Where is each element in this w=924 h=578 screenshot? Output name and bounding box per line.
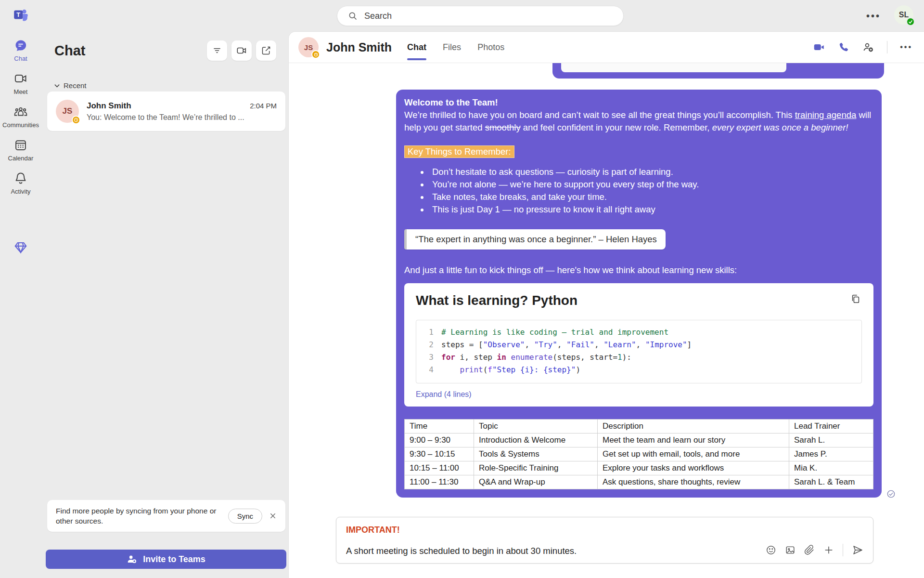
- close-icon[interactable]: [267, 510, 279, 522]
- message-bubble: Welcome to the Team! We’re thrilled to h…: [396, 90, 882, 498]
- recent-section-toggle[interactable]: Recent: [54, 81, 87, 90]
- presence-available-icon: [906, 17, 915, 26]
- tab-chat[interactable]: Chat: [407, 32, 426, 63]
- compose-important-label: IMPORTANT!: [346, 525, 863, 535]
- audio-call-button[interactable]: [838, 41, 849, 53]
- table-row: 10:15 – 11:00 Role-Specific Training Exp…: [405, 461, 873, 475]
- training-agenda-link[interactable]: training agenda: [795, 110, 857, 120]
- code-line: 4 print(f"Step {i}: {step}"): [416, 364, 861, 376]
- divider: [843, 544, 843, 556]
- table-cell: Q&A and Wrap-up: [474, 475, 598, 489]
- table-cell: Explore your tasks and workflows: [598, 461, 789, 475]
- plus-icon[interactable]: [823, 545, 834, 555]
- rail-item-label: Communities: [2, 121, 39, 129]
- rail-item-label: Calendar: [8, 155, 34, 162]
- table-cell: Get set up with email, tools, and more: [598, 447, 789, 461]
- search-input[interactable]: Search: [337, 6, 624, 26]
- schedule-table: Time Topic Description Lead Trainer 9:00…: [404, 419, 873, 489]
- italic-text: every expert was once a beginner!: [712, 122, 848, 132]
- video-camera-icon: [14, 72, 27, 85]
- chat-icon: [14, 39, 27, 52]
- rail-item-chat[interactable]: Chat: [0, 39, 41, 62]
- avatar[interactable]: JS: [298, 37, 319, 57]
- emoji-icon[interactable]: [766, 545, 776, 555]
- compose-input-text[interactable]: A short meeting is scheduled to begin in…: [346, 546, 766, 556]
- rail-item-label: Meet: [14, 88, 28, 95]
- message-line: And just a little fun to kick things off…: [404, 264, 873, 276]
- rail-item-calendar[interactable]: Calendar: [0, 138, 41, 162]
- message-heading: Welcome to the Team!: [404, 96, 873, 109]
- user-avatar[interactable]: SL: [894, 5, 913, 25]
- search-icon: [348, 11, 358, 21]
- conversation-more-icon[interactable]: •••: [900, 43, 912, 52]
- avatar-initials: JS: [63, 106, 73, 116]
- conversation-tabs: Chat Files Photos: [407, 32, 504, 63]
- tab-files[interactable]: Files: [443, 32, 461, 63]
- paragraph-segment: We’re thrilled to have you on board and …: [404, 110, 795, 120]
- add-people-button[interactable]: [862, 41, 874, 53]
- chevron-down-icon: [54, 84, 60, 88]
- rail-item-label: Chat: [14, 55, 27, 62]
- chat-item-name: John Smith: [87, 101, 131, 111]
- code-line: 2steps = ["Observe", "Try", "Fail", "Lea…: [416, 339, 861, 351]
- code-line: 3for i, step in enumerate(steps, start=1…: [416, 351, 861, 364]
- tab-photos[interactable]: Photos: [477, 32, 504, 63]
- code-lines: 1# Learning is like coding — trial and i…: [416, 326, 861, 376]
- image-attach-icon[interactable]: [785, 545, 796, 555]
- table-cell: 11:00 – 11:30: [405, 475, 474, 489]
- conversation-actions: •••: [813, 41, 912, 53]
- rail-item-activity[interactable]: Activity: [0, 171, 41, 195]
- rail-item-communities[interactable]: Communities: [0, 105, 41, 129]
- svg-text:T: T: [16, 11, 20, 18]
- list-item: Take notes, take breaks, and take your t…: [429, 191, 873, 203]
- chat-item-preview: You: Welcome to the Team! We’re thrilled…: [87, 113, 277, 122]
- table-row: 11:00 – 11:30 Q&A and Wrap-up Ask questi…: [405, 475, 873, 489]
- table-cell: 9:00 – 9:30: [405, 434, 474, 447]
- calendar-icon: [14, 138, 27, 152]
- code-block: 1# Learning is like coding — trial and i…: [416, 320, 862, 383]
- table-cell: Introduction & Welcome: [474, 434, 598, 447]
- chat-item-time: 2:04 PM: [250, 102, 277, 110]
- new-chat-button[interactable]: [256, 40, 276, 61]
- highlighted-text: Key Things to Remember:: [404, 145, 514, 158]
- table-cell: Tools & Systems: [474, 447, 598, 461]
- people-group-icon: [13, 105, 28, 118]
- avatar-initials: JS: [304, 43, 313, 52]
- video-call-button[interactable]: [813, 41, 825, 53]
- rail-item-meet[interactable]: Meet: [0, 72, 41, 95]
- code-line: 1# Learning is like coding — trial and i…: [416, 326, 861, 339]
- table-row: 9:00 – 9:30 Introduction & Welcome Meet …: [405, 434, 873, 447]
- sync-people-card: Find more people by syncing from your ph…: [47, 500, 285, 532]
- list-item: Don’t hesitate to ask questions — curios…: [429, 166, 873, 178]
- pane-title: Chat: [54, 43, 85, 59]
- presence-away-icon: [311, 50, 320, 59]
- chat-item-body: John Smith 2:04 PM You: Welcome to the T…: [87, 101, 277, 122]
- compose-box[interactable]: IMPORTANT! A short meeting is scheduled …: [336, 517, 873, 564]
- meet-now-button[interactable]: [231, 40, 252, 61]
- message-scroll-area[interactable]: Welcome to the Team! We’re thrilled to h…: [289, 63, 924, 578]
- filter-button[interactable]: [207, 40, 227, 61]
- list-item: This is just Day 1 — no pressure to know…: [429, 203, 873, 216]
- chat-list-item[interactable]: JS John Smith 2:04 PM You: Welcome to th…: [47, 92, 285, 131]
- send-button[interactable]: [852, 544, 863, 556]
- table-cell: James P.: [789, 447, 873, 461]
- paperclip-icon[interactable]: [804, 545, 815, 555]
- paragraph-segment: and feel confident in your new role. Rem…: [521, 122, 712, 132]
- expand-code-link[interactable]: Expand (4 lines): [416, 390, 472, 399]
- table-cell: Sarah L.: [789, 434, 873, 447]
- strikethrough-text: smoothly: [485, 122, 521, 132]
- list-item: You’re not alone — we’re here to support…: [429, 178, 873, 191]
- rail-item-premium[interactable]: [0, 240, 41, 255]
- previous-message-card: [561, 63, 786, 72]
- copy-icon[interactable]: [849, 293, 862, 305]
- table-cell: Sarah L. & Team: [789, 475, 873, 489]
- previous-message-bubble: [552, 63, 884, 79]
- compose-toolbar: [766, 544, 863, 556]
- table-cell: 9:30 – 10:15: [405, 447, 474, 461]
- window-more-icon[interactable]: •••: [866, 11, 881, 22]
- code-snippet-title: What is learning? Python: [416, 293, 578, 308]
- sync-button[interactable]: Sync: [228, 509, 262, 524]
- invite-to-teams-button[interactable]: Invite to Teams: [46, 550, 286, 569]
- code-snippet-card: What is learning? Python 1# Learning is …: [404, 283, 873, 407]
- app-rail: Chat Meet Communities Calendar Activity: [0, 32, 41, 578]
